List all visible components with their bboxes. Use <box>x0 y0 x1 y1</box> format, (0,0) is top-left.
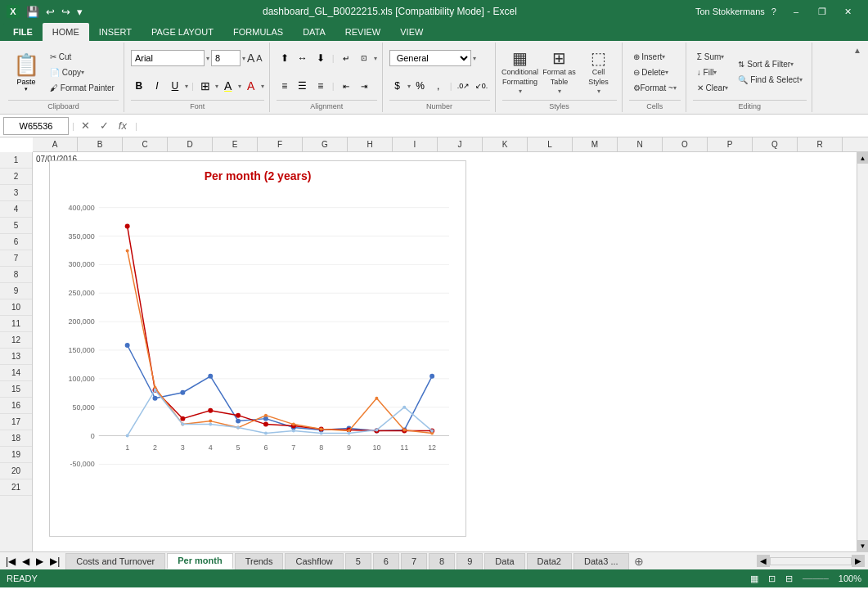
insert-cells-btn[interactable]: ⊕ Insert ▾ <box>629 49 681 64</box>
find-select-btn[interactable]: 🔍 Find & Select ▾ <box>734 73 806 88</box>
format-as-table-btn[interactable]: ⊞ Format as Table ▾ <box>542 49 578 95</box>
decrease-indent-btn[interactable]: ⇤ <box>338 78 354 94</box>
tab-data[interactable]: DATA <box>293 23 335 41</box>
undo-qat-btn[interactable]: ↩ <box>44 6 56 18</box>
increase-font-btn[interactable]: A <box>247 52 254 65</box>
more-qat-btn[interactable]: ▾ <box>75 6 84 18</box>
tab-formulas[interactable]: FORMULAS <box>223 23 293 41</box>
cancel-formula-btn[interactable]: ✕ <box>78 119 93 132</box>
svg-point-56 <box>126 249 129 252</box>
align-middle-btn[interactable]: ↔ <box>295 50 311 66</box>
page-layout-view-btn[interactable]: ⊡ <box>768 574 776 584</box>
align-center-btn[interactable]: ☰ <box>295 78 311 94</box>
fill-btn[interactable]: ↓ Fill ▾ <box>693 65 733 79</box>
currency-btn[interactable]: $ <box>389 78 406 94</box>
sheet-tab-trends[interactable]: Trends <box>235 553 284 569</box>
tab-page-layout[interactable]: PAGE LAYOUT <box>142 23 223 41</box>
help-btn[interactable]: ? <box>771 7 776 16</box>
conditional-formatting-btn[interactable]: ▦ Conditional Formatting ▾ <box>502 49 538 95</box>
redo-qat-btn[interactable]: ↪ <box>60 6 72 18</box>
tab-last-btn[interactable]: ▶| <box>47 556 62 567</box>
tab-insert[interactable]: INSERT <box>89 23 142 41</box>
merge-btn[interactable]: ⊡ <box>356 50 372 66</box>
decrease-font-btn[interactable]: A <box>256 53 262 63</box>
scroll-up-btn[interactable]: ▲ <box>857 152 869 164</box>
font-size-input[interactable] <box>211 50 241 66</box>
cell-reference-box[interactable] <box>3 117 69 135</box>
sheet-tab-data[interactable]: Data <box>484 553 524 569</box>
hscroll-left-btn[interactable]: ◀ <box>757 555 770 567</box>
page-break-view-btn[interactable]: ⊟ <box>785 574 793 584</box>
font-name-input[interactable] <box>131 50 205 66</box>
sheet-tab-6[interactable]: 6 <box>373 553 399 569</box>
border-btn[interactable]: ⊞ <box>197 78 214 94</box>
normal-view-btn[interactable]: ▦ <box>750 574 758 584</box>
italic-btn[interactable]: I <box>149 78 165 94</box>
sheet-tab-permonth[interactable]: Per month <box>167 553 232 569</box>
scroll-down-btn[interactable]: ▼ <box>857 540 869 551</box>
tab-file[interactable]: FILE <box>3 23 43 41</box>
save-qat-btn[interactable]: 💾 <box>25 6 41 18</box>
format-painter-btn[interactable]: 🖌 Format Painter <box>46 80 119 95</box>
clear-btn[interactable]: ✕ Clear ▾ <box>693 80 733 95</box>
restore-btn[interactable]: ❐ <box>809 3 835 20</box>
hscroll-right-btn[interactable]: ▶ <box>852 555 865 567</box>
sheet-tab-8[interactable]: 8 <box>429 553 455 569</box>
tab-home[interactable]: HOME <box>43 23 89 41</box>
underline-btn[interactable]: U <box>167 78 183 94</box>
wrap-text-btn[interactable]: ↵ <box>338 50 354 66</box>
align-right-btn[interactable]: ≡ <box>313 78 329 94</box>
fill-dropdown[interactable]: ▾ <box>238 83 241 90</box>
border-dropdown[interactable]: ▾ <box>215 83 218 90</box>
paste-btn[interactable]: 📋 Paste ▾ <box>8 49 44 95</box>
num-format-dropdown[interactable]: ▾ <box>473 55 476 62</box>
align-bottom-btn[interactable]: ⬇ <box>313 50 329 66</box>
formula-input[interactable] <box>142 117 865 135</box>
column-headers: ABCDEFGHIJKLMNOPQR <box>33 137 868 152</box>
sheet-tab-5[interactable]: 5 <box>345 553 371 569</box>
sheet-tab-cashflow[interactable]: Cashflow <box>285 553 343 569</box>
insert-function-btn[interactable]: fx <box>115 119 130 132</box>
percent-btn[interactable]: % <box>412 78 429 94</box>
sort-filter-btn[interactable]: ⇅ Sort & Filter ▾ <box>734 57 806 72</box>
currency-dropdown[interactable]: ▾ <box>407 83 411 90</box>
tab-prev-btn[interactable]: ◀ <box>20 556 32 567</box>
fill-color-btn[interactable]: A <box>220 78 236 94</box>
h-scrollbar-track[interactable] <box>770 557 852 565</box>
close-btn[interactable]: ✕ <box>835 3 861 20</box>
sheet-tab-data3[interactable]: Data3 ... <box>573 553 629 569</box>
font-size-dropdown[interactable]: ▾ <box>242 55 245 62</box>
confirm-formula-btn[interactable]: ✓ <box>97 119 112 132</box>
sheet-tab-7[interactable]: 7 <box>401 553 427 569</box>
bold-btn[interactable]: B <box>131 78 147 94</box>
cut-btn[interactable]: ✂ Cut <box>46 49 119 64</box>
sheet-tab-data2[interactable]: Data2 <box>527 553 572 569</box>
vertical-scrollbar[interactable]: ▲ ▼ <box>857 152 868 551</box>
font-color-btn[interactable]: A <box>243 78 259 94</box>
tab-next-btn[interactable]: ▶ <box>34 556 46 567</box>
increase-decimal-btn[interactable]: .0↗ <box>456 78 472 94</box>
number-format-select[interactable]: General <box>389 50 471 66</box>
format-cells-btn[interactable]: ⚙ Format ~ ▾ <box>629 80 681 95</box>
sheet-tab-9[interactable]: 9 <box>456 553 483 569</box>
ribbon-collapse-btn[interactable]: ▲ <box>853 46 861 55</box>
decrease-decimal-btn[interactable]: ↙0. <box>474 78 490 94</box>
comma-btn[interactable]: , <box>430 78 447 94</box>
copy-btn[interactable]: 📄 Copy ▾ <box>46 65 119 79</box>
sum-btn[interactable]: Σ Sum ▾ <box>693 49 733 64</box>
tab-review[interactable]: REVIEW <box>335 23 390 41</box>
add-sheet-btn[interactable]: ⊕ <box>634 555 644 568</box>
align-left-btn[interactable]: ≡ <box>277 78 293 94</box>
underline-dropdown[interactable]: ▾ <box>185 83 188 90</box>
align-top-btn[interactable]: ⬆ <box>277 50 293 66</box>
minimize-btn[interactable]: – <box>783 3 809 20</box>
merge-dropdown[interactable]: ▾ <box>374 55 377 62</box>
sheet-tab-costs[interactable]: Costs and Turnover <box>65 553 165 569</box>
tab-first-btn[interactable]: |◀ <box>3 556 18 567</box>
increase-indent-btn[interactable]: ⇥ <box>356 78 372 94</box>
tab-view[interactable]: VIEW <box>390 23 433 41</box>
font-color-dropdown[interactable]: ▾ <box>261 83 264 90</box>
cell-styles-btn[interactable]: ⬚ Cell Styles ▾ <box>581 49 617 95</box>
delete-cells-btn[interactable]: ⊖ Delete ▾ <box>629 65 681 79</box>
font-name-dropdown[interactable]: ▾ <box>206 55 209 62</box>
